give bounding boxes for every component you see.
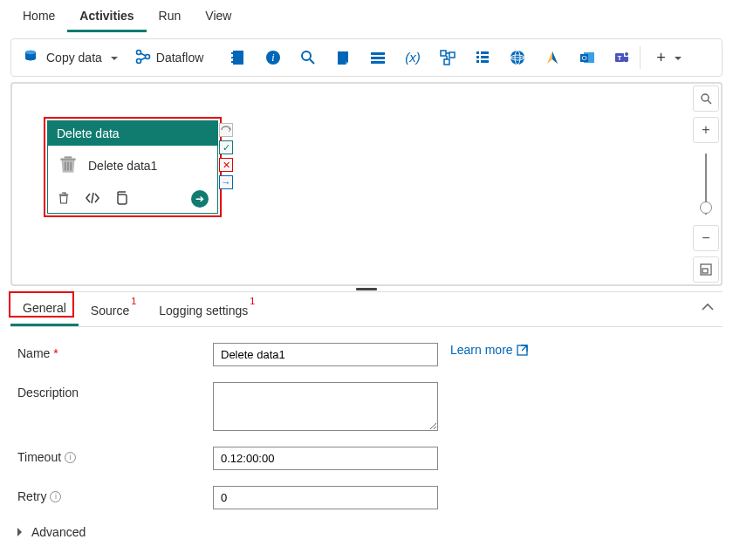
svg-point-36 xyxy=(625,52,628,56)
svg-rect-14 xyxy=(371,52,385,55)
chevron-right-icon xyxy=(17,525,26,539)
dataflow-label: Dataflow xyxy=(156,51,203,65)
advanced-toggle[interactable]: Advanced xyxy=(17,525,716,539)
svg-text:i: i xyxy=(272,51,275,64)
activity-instance-name: Delete data1 xyxy=(88,159,157,173)
code-icon[interactable] xyxy=(85,192,100,207)
svg-rect-24 xyxy=(481,56,489,58)
connector-fail[interactable]: ✕ xyxy=(219,158,233,172)
fit-screen-button[interactable] xyxy=(693,256,719,283)
delete-data-icon xyxy=(57,153,79,178)
retry-input[interactable] xyxy=(213,486,438,509)
svg-rect-9 xyxy=(231,61,234,63)
teams-icon[interactable]: T xyxy=(613,49,631,66)
plus-icon: + xyxy=(656,49,666,67)
timeout-label: Timeout i xyxy=(17,447,213,464)
svg-text:T: T xyxy=(618,54,622,62)
menu-bar: Home Activities Run View xyxy=(0,0,733,33)
svg-rect-20 xyxy=(444,59,449,65)
svg-point-2 xyxy=(25,50,36,53)
svg-rect-7 xyxy=(231,52,234,54)
tab-logging-badge: 1 xyxy=(250,296,255,306)
stored-proc-icon[interactable] xyxy=(369,49,387,66)
web-icon[interactable] xyxy=(509,49,526,66)
zoom-slider-thumb[interactable] xyxy=(700,201,712,214)
connector-success[interactable]: ✓ xyxy=(219,140,233,154)
menu-view[interactable]: View xyxy=(193,3,243,32)
menu-run[interactable]: Run xyxy=(147,3,194,32)
retry-label: Retry i xyxy=(17,486,213,503)
svg-rect-37 xyxy=(65,156,72,158)
learn-more-link[interactable]: Learn more xyxy=(450,343,528,357)
collapse-panel-icon[interactable] xyxy=(702,301,714,314)
connector-completion[interactable]: → xyxy=(219,175,233,189)
chevron-down-icon xyxy=(107,51,118,65)
dataflow-button[interactable]: Dataflow xyxy=(128,45,210,71)
search-icon[interactable] xyxy=(299,49,317,66)
run-activity-icon[interactable]: ➔ xyxy=(191,190,209,208)
name-input[interactable] xyxy=(213,343,438,366)
svg-point-43 xyxy=(702,94,709,101)
toolbar: Copy data Dataflow i (x) O T + xyxy=(10,38,723,77)
svg-line-44 xyxy=(708,100,711,104)
svg-text:(x): (x) xyxy=(406,50,421,65)
info-icon[interactable]: i xyxy=(264,49,282,66)
advanced-label: Advanced xyxy=(31,525,86,539)
svg-rect-25 xyxy=(476,60,479,63)
svg-rect-21 xyxy=(476,51,479,54)
tab-general[interactable]: General xyxy=(10,292,79,326)
svg-rect-8 xyxy=(231,57,234,58)
info-icon[interactable]: i xyxy=(65,452,76,463)
notebook-icon[interactable] xyxy=(229,49,247,66)
description-label: Description xyxy=(17,382,213,400)
svg-rect-46 xyxy=(702,269,708,273)
svg-rect-18 xyxy=(441,51,446,56)
pipeline-icon[interactable] xyxy=(439,49,456,66)
description-input[interactable] xyxy=(213,382,438,431)
tab-source-label: Source xyxy=(91,304,129,318)
copy-data-button[interactable]: Copy data xyxy=(17,45,125,71)
svg-rect-15 xyxy=(371,57,385,59)
chevron-down-icon xyxy=(671,51,682,65)
script-icon[interactable] xyxy=(334,49,352,66)
timeout-input[interactable] xyxy=(213,447,438,470)
activity-type-label: Delete data xyxy=(48,121,217,146)
activity-connectors: ✓ ✕ → xyxy=(219,123,233,189)
svg-rect-38 xyxy=(60,159,75,160)
tab-logging-label: Logging settings xyxy=(159,304,248,318)
zoom-in-button[interactable]: + xyxy=(693,117,719,143)
function-icon[interactable] xyxy=(544,49,561,66)
svg-point-12 xyxy=(302,51,311,60)
svg-rect-23 xyxy=(476,56,479,58)
svg-text:O: O xyxy=(582,54,587,62)
variable-icon[interactable]: (x) xyxy=(404,49,421,66)
copy-data-label: Copy data xyxy=(46,51,102,65)
selection-highlight: Delete data Delete data1 ➔ ✓ ✕ → xyxy=(44,117,222,217)
tab-source-badge: 1 xyxy=(131,296,136,306)
delete-activity-icon[interactable] xyxy=(57,191,71,208)
pipeline-canvas[interactable]: Delete data Delete data1 ➔ ✓ ✕ → + xyxy=(10,82,723,286)
dataflow-icon xyxy=(135,49,151,67)
svg-rect-42 xyxy=(118,195,127,204)
svg-line-13 xyxy=(310,59,314,64)
outlook-icon[interactable]: O xyxy=(579,49,596,66)
add-button[interactable]: + xyxy=(649,45,688,71)
properties-tabs: General Source1 Logging settings1 xyxy=(10,291,723,327)
connector-skip[interactable] xyxy=(219,123,233,137)
svg-point-1 xyxy=(25,56,36,59)
zoom-slider[interactable] xyxy=(705,154,707,215)
toolbar-divider xyxy=(640,46,641,69)
copy-icon[interactable] xyxy=(114,191,128,208)
tab-source[interactable]: Source1 xyxy=(79,292,147,326)
canvas-search-icon[interactable] xyxy=(693,85,719,112)
svg-rect-26 xyxy=(481,60,489,63)
activity-card[interactable]: Delete data Delete data1 ➔ ✓ ✕ → xyxy=(47,120,218,214)
svg-rect-6 xyxy=(233,51,243,65)
menu-home[interactable]: Home xyxy=(10,3,67,32)
canvas-tools: + − xyxy=(693,85,719,283)
list-icon[interactable] xyxy=(474,49,491,66)
info-icon[interactable]: i xyxy=(50,491,61,502)
tab-logging-settings[interactable]: Logging settings1 xyxy=(147,292,265,326)
menu-activities[interactable]: Activities xyxy=(67,3,146,32)
zoom-out-button[interactable]: − xyxy=(693,225,719,251)
